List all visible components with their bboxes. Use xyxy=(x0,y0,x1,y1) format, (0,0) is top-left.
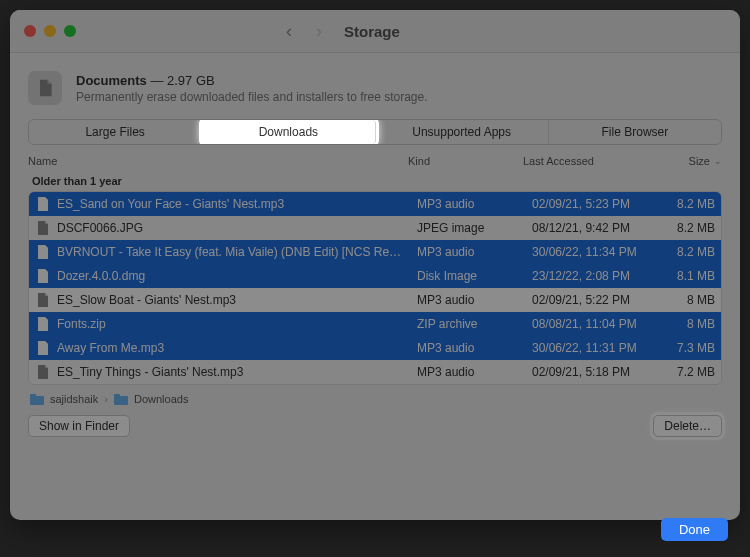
svg-rect-3 xyxy=(114,394,120,397)
documents-icon xyxy=(28,71,62,105)
file-kind: JPEG image xyxy=(417,221,532,235)
file-name: BVRNOUT - Take It Easy (feat. Mia Vaile)… xyxy=(57,245,417,259)
audio-file-icon xyxy=(35,244,51,260)
storage-window: ‹ › Storage Documents — 2.97 GB Permanen… xyxy=(10,10,740,520)
tab-file-browser[interactable]: File Browser xyxy=(549,120,721,144)
file-size: 8.2 MB xyxy=(660,245,715,259)
show-in-finder-button[interactable]: Show in Finder xyxy=(28,415,130,437)
nav-forward-icon[interactable]: › xyxy=(316,21,322,42)
breadcrumb[interactable]: sajidshaik › Downloads xyxy=(30,393,720,405)
file-date: 02/09/21, 5:18 PM xyxy=(532,365,660,379)
close-icon[interactable] xyxy=(24,25,36,37)
table-row[interactable]: BVRNOUT - Take It Easy (feat. Mia Vaile)… xyxy=(29,240,721,264)
table-row[interactable]: ES_Tiny Things - Giants' Nest.mp3MP3 aud… xyxy=(29,360,721,384)
file-date: 08/08/21, 11:04 PM xyxy=(532,317,660,331)
window-title: Storage xyxy=(344,23,400,40)
col-name[interactable]: Name xyxy=(28,155,408,167)
file-kind: MP3 audio xyxy=(417,293,532,307)
file-date: 30/06/22, 11:31 PM xyxy=(532,341,660,355)
file-kind: Disk Image xyxy=(417,269,532,283)
file-date: 08/12/21, 9:42 PM xyxy=(532,221,660,235)
col-last-accessed[interactable]: Last Accessed xyxy=(523,155,657,167)
page-header: Documents — 2.97 GB Permanently erase do… xyxy=(10,53,740,119)
audio-file-icon xyxy=(35,340,51,356)
file-name: DSCF0066.JPG xyxy=(57,221,417,235)
file-date: 23/12/22, 2:08 PM xyxy=(532,269,660,283)
file-size: 8 MB xyxy=(660,293,715,307)
col-kind[interactable]: Kind xyxy=(408,155,523,167)
file-kind: MP3 audio xyxy=(417,341,532,355)
column-headers: Name Kind Last Accessed Size⌄ xyxy=(28,155,722,167)
category-tabs: Large Files Downloads Unsupported Apps F… xyxy=(28,119,722,145)
file-kind: MP3 audio xyxy=(417,365,532,379)
svg-rect-2 xyxy=(114,396,128,405)
file-kind: ZIP archive xyxy=(417,317,532,331)
file-date: 02/09/21, 5:23 PM xyxy=(532,197,660,211)
file-name: Dozer.4.0.0.dmg xyxy=(57,269,417,283)
tab-downloads[interactable]: Downloads xyxy=(202,120,375,144)
dmg-file-icon xyxy=(35,268,51,284)
table-row[interactable]: Away From Me.mp3MP3 audio30/06/22, 11:31… xyxy=(29,336,721,360)
page-subtitle: Permanently erase downloaded files and i… xyxy=(76,90,428,104)
table-row[interactable]: Fonts.zipZIP archive08/08/21, 11:04 PM8 … xyxy=(29,312,721,336)
tab-unsupported-apps[interactable]: Unsupported Apps xyxy=(376,120,549,144)
zoom-icon[interactable] xyxy=(64,25,76,37)
table-row[interactable]: Dozer.4.0.0.dmgDisk Image23/12/22, 2:08 … xyxy=(29,264,721,288)
svg-rect-0 xyxy=(30,396,44,405)
file-date: 30/06/22, 11:34 PM xyxy=(532,245,660,259)
file-size: 8.2 MB xyxy=(660,221,715,235)
file-name: ES_Slow Boat - Giants' Nest.mp3 xyxy=(57,293,417,307)
chevron-down-icon: ⌄ xyxy=(714,156,722,166)
nav-back-icon[interactable]: ‹ xyxy=(286,21,292,42)
col-size[interactable]: Size⌄ xyxy=(657,155,722,167)
table-row[interactable]: ES_Slow Boat - Giants' Nest.mp3MP3 audio… xyxy=(29,288,721,312)
file-kind: MP3 audio xyxy=(417,197,532,211)
zip-file-icon xyxy=(35,316,51,332)
window-controls xyxy=(24,25,76,37)
folder-icon xyxy=(114,394,128,405)
table-row[interactable]: ES_Sand on Your Face - Giants' Nest.mp3M… xyxy=(29,192,721,216)
minimize-icon[interactable] xyxy=(44,25,56,37)
file-kind: MP3 audio xyxy=(417,245,532,259)
folder-icon xyxy=(30,394,44,405)
chevron-right-icon: › xyxy=(104,393,108,405)
tab-large-files[interactable]: Large Files xyxy=(29,120,202,144)
page-title: Documents — 2.97 GB xyxy=(76,73,428,88)
image-file-icon xyxy=(35,220,51,236)
file-list: ES_Sand on Your Face - Giants' Nest.mp3M… xyxy=(28,191,722,385)
file-name: ES_Sand on Your Face - Giants' Nest.mp3 xyxy=(57,197,417,211)
file-size: 8 MB xyxy=(660,317,715,331)
audio-file-icon xyxy=(35,196,51,212)
file-size: 7.3 MB xyxy=(660,341,715,355)
file-size: 7.2 MB xyxy=(660,365,715,379)
file-name: Away From Me.mp3 xyxy=(57,341,417,355)
svg-rect-1 xyxy=(30,394,36,397)
table-row[interactable]: DSCF0066.JPGJPEG image08/12/21, 9:42 PM8… xyxy=(29,216,721,240)
audio-file-icon xyxy=(35,364,51,380)
file-size: 8.1 MB xyxy=(660,269,715,283)
audio-file-icon xyxy=(35,292,51,308)
file-size: 8.2 MB xyxy=(660,197,715,211)
file-date: 02/09/21, 5:22 PM xyxy=(532,293,660,307)
file-name: ES_Tiny Things - Giants' Nest.mp3 xyxy=(57,365,417,379)
file-name: Fonts.zip xyxy=(57,317,417,331)
section-heading: Older than 1 year xyxy=(10,167,740,191)
delete-button[interactable]: Delete… xyxy=(653,415,722,437)
done-button[interactable]: Done xyxy=(661,518,728,541)
titlebar: ‹ › Storage xyxy=(10,10,740,53)
